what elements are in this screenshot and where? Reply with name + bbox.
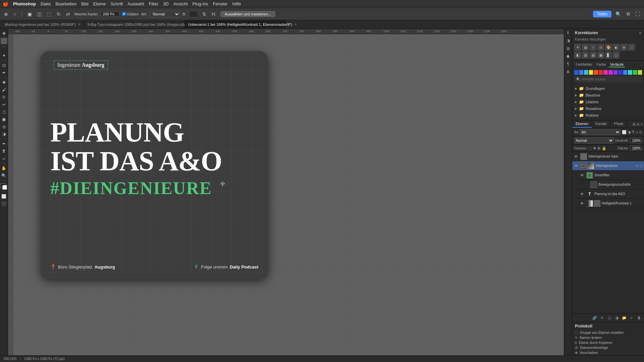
korrektur-select[interactable]: ▦ <box>597 52 604 58</box>
folder-rosatone[interactable]: ▶ 📁 Rosatöne <box>572 105 644 112</box>
layer-eye-planung[interactable]: 👁 <box>580 192 585 196</box>
menu-filter[interactable]: Filter <box>149 1 158 6</box>
move-tool[interactable]: ✥ <box>1 30 7 37</box>
right-icon-paragraph[interactable]: ¶ <box>567 62 569 66</box>
layer-smartfilter[interactable]: 👁 Smartfilter <box>572 171 644 180</box>
menu-datei[interactable]: Datei <box>41 1 51 6</box>
cs-cyan[interactable] <box>584 70 588 75</box>
right-icon-layers[interactable]: ⊞ <box>567 46 570 51</box>
korrektur-colorbalance[interactable]: ⊕ <box>621 44 627 51</box>
layer-eye-dieingenieure[interactable]: 👁 <box>574 164 579 168</box>
brush-tool[interactable]: 🖌 <box>1 86 7 93</box>
protokoll-reihenfolge[interactable]: ☰ Ebenenreihenfolge <box>572 345 644 350</box>
lt-adj-icon[interactable]: ◑ <box>614 315 620 321</box>
cs-sky[interactable] <box>623 70 628 75</box>
tool-chain-icon[interactable]: ⇄ <box>65 11 71 17</box>
cs-orange[interactable] <box>594 70 598 75</box>
layer-eye-topic[interactable]: 👁 <box>574 155 579 159</box>
pen-tool[interactable]: ✒ <box>1 140 7 147</box>
tab-unbenannt[interactable]: Unbenannt-1 bei 168% (Helligkeit/Kontras… <box>185 20 285 29</box>
search-icon[interactable]: 🔍 <box>614 11 623 17</box>
cs-purple[interactable] <box>608 70 613 75</box>
folder-blautone[interactable]: ▶ 📁 Blautöne <box>572 92 644 99</box>
fullscreen-icon[interactable]: ⛶ <box>634 11 641 17</box>
korrektur-bw[interactable]: ◧ <box>574 52 581 58</box>
panel-icon-1[interactable]: ≡ <box>639 31 641 35</box>
lt-mask-icon[interactable]: ◻ <box>606 315 612 321</box>
cs-blue2[interactable] <box>618 70 623 75</box>
layer-mask-icon[interactable]: ◻ <box>640 164 642 168</box>
cs-blue-dark[interactable] <box>574 70 579 75</box>
lock-pixel[interactable]: ⬚ <box>588 146 592 150</box>
b-icon[interactable]: ⇅ <box>201 11 208 17</box>
right-icon-text[interactable]: A <box>567 54 570 58</box>
tab-mockup[interactable]: Mockup-Ingenieure.psd bei 100% (RGB/8*) … <box>1 20 84 29</box>
korrektur-chan[interactable]: ▥ <box>582 52 589 58</box>
korrektur-hue[interactable]: ◐ <box>613 44 620 51</box>
lt-delete-icon[interactable]: 🗑 <box>636 315 642 321</box>
korrektur-poster[interactable]: ◻ <box>613 52 620 58</box>
filter-icon-pixel[interactable]: ⬜ <box>622 130 627 134</box>
right-icon-adjust[interactable]: ◑ <box>567 38 570 43</box>
ebenen-panel-icon-3[interactable]: ≡ <box>641 122 643 126</box>
tab-farbe[interactable]: Farbe <box>595 62 607 67</box>
lasso-tool[interactable]: ⌒ <box>1 45 7 52</box>
verlaufe-search-input[interactable] <box>582 77 640 81</box>
apple-menu[interactable]: 🍎 <box>3 1 8 7</box>
filter-icon-sm[interactable]: ⊙ <box>639 130 642 134</box>
menu-plugins[interactable]: Plug-ins <box>193 1 208 6</box>
b-input[interactable] <box>189 11 198 17</box>
cs-blue[interactable] <box>579 70 584 75</box>
eraser-tool[interactable]: ◻ <box>1 109 7 115</box>
protokoll-gruppe[interactable]: ⬚ Gruppe aus Ebenen erstellen <box>572 330 644 335</box>
layer-eye-helligkeit[interactable]: 👁 <box>580 201 585 205</box>
ebenen-tab-pfade[interactable]: Pfade <box>610 120 627 128</box>
cs-violet[interactable] <box>613 70 618 75</box>
layer-topic-group[interactable]: 👁 #dieingenieure topic <box>572 152 644 161</box>
menu-auswahl[interactable]: Auswahl <box>127 1 144 6</box>
lock-move[interactable]: ✥ <box>593 146 596 150</box>
ebenen-panel-icon-1[interactable]: ⊞ <box>633 122 635 126</box>
blur-tool[interactable]: ◎ <box>1 123 7 130</box>
korrektur-brightness[interactable]: ☀ <box>574 44 581 51</box>
right-icon-char[interactable]: A <box>567 70 570 74</box>
layer-visibility-icon[interactable]: ⊙ <box>636 164 638 168</box>
menu-bearbeiten[interactable]: Bearbeiten <box>55 1 76 6</box>
deckraft-input[interactable] <box>630 138 642 143</box>
filter-icon-shape[interactable]: ▱ <box>635 130 638 134</box>
menu-schrift[interactable]: Schrift <box>110 1 123 6</box>
cs-pink[interactable] <box>603 70 608 75</box>
lt-fx-icon[interactable]: fx <box>599 315 605 321</box>
shape-tool[interactable]: ▱ <box>1 155 7 162</box>
crop-tool[interactable]: ⊡ <box>1 62 7 69</box>
tool-refresh-icon[interactable]: ↻ <box>55 11 62 17</box>
gradient-tool[interactable]: ▣ <box>1 116 7 123</box>
korrektur-vibrance[interactable]: 🎨 <box>605 44 612 51</box>
heal-tool[interactable]: ✚ <box>1 79 7 86</box>
menu-3d[interactable]: 3D <box>163 1 169 6</box>
lock-artboard[interactable]: ⊞ <box>597 146 600 150</box>
cs-lime[interactable] <box>638 70 642 75</box>
h-icon[interactable]: H: <box>210 11 218 17</box>
lt-add-icon[interactable]: + <box>629 315 635 321</box>
zoom-tool[interactable]: 🔍 <box>1 172 7 179</box>
filter-select[interactable]: Art Name Effekt <box>580 129 621 135</box>
tool-mode-icon[interactable]: ⊕ <box>3 11 9 17</box>
weiche-kante-input[interactable] <box>101 11 119 17</box>
cs-red[interactable] <box>599 70 603 75</box>
menu-bild[interactable]: Bild <box>81 1 89 6</box>
menu-ansicht[interactable]: Ansicht <box>173 1 188 6</box>
tab-mockup-close[interactable]: ✕ <box>78 22 80 26</box>
ebenen-panel-icon-2[interactable]: ⊟ <box>637 122 639 126</box>
filter-icon-adjust[interactable]: ◑ <box>628 130 631 134</box>
menu-ebene[interactable]: Ebene <box>93 1 106 6</box>
teilen-button[interactable]: Teilen <box>593 11 611 17</box>
glaetten-check[interactable] <box>122 12 126 16</box>
quick-mask-tool[interactable]: ⬜ <box>1 193 7 200</box>
cs-yellow[interactable] <box>589 70 593 75</box>
ebenen-tab-kanale[interactable]: Kanäle <box>592 120 610 128</box>
folder-grundlagen[interactable]: ▶ 📁 Grundlagen <box>572 85 644 92</box>
blend-select[interactable]: Normal Auflösen Abdunkeln Multiplizieren <box>574 137 614 143</box>
text-tool[interactable]: T <box>1 148 7 155</box>
protokoll-kopieren[interactable]: ⎘ Ebene durch Kopieren <box>572 340 644 345</box>
